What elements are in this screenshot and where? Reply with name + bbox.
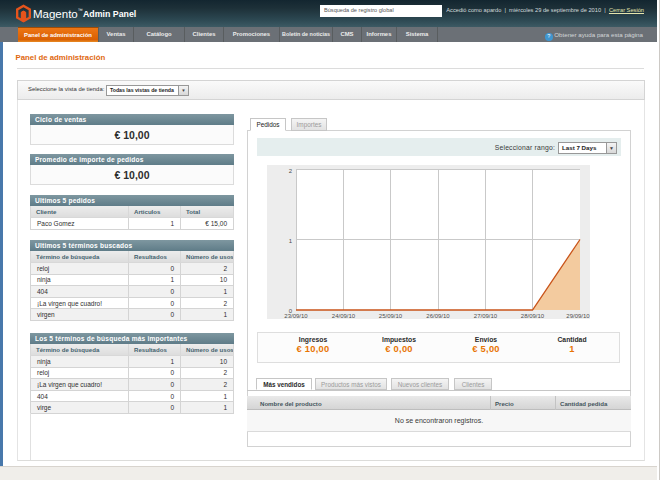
svg-text:27/09/10: 27/09/10 <box>474 313 498 319</box>
svg-text:23/09/10: 23/09/10 <box>284 313 308 319</box>
svg-text:24/09/10: 24/09/10 <box>332 313 356 319</box>
svg-text:26/09/10: 26/09/10 <box>426 313 450 319</box>
svg-text:29/09/10: 29/09/10 <box>566 313 590 319</box>
svg-text:25/09/10: 25/09/10 <box>379 313 403 319</box>
svg-text:28/09/10: 28/09/10 <box>521 313 545 319</box>
